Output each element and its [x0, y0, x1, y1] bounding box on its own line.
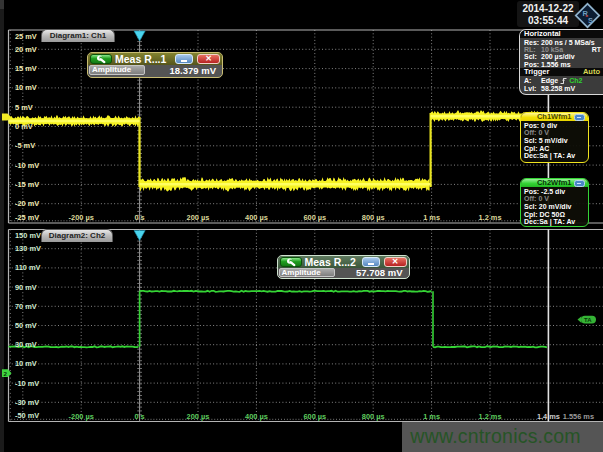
- svg-text:110 mV: 110 mV: [15, 263, 41, 272]
- svg-text:-10 mV: -10 mV: [15, 161, 39, 170]
- svg-text:5 mV: 5 mV: [15, 103, 33, 112]
- svg-text:-200 µs: -200 µs: [69, 213, 94, 222]
- svg-text:400 µs: 400 µs: [245, 213, 268, 222]
- svg-text:1.4 ms: 1.4 ms: [537, 412, 560, 421]
- svg-text:-30 mV: -30 mV: [15, 398, 39, 407]
- svg-text:70 mV: 70 mV: [15, 302, 37, 311]
- svg-text:1 ms: 1 ms: [423, 412, 440, 421]
- svg-text:-20 mV: -20 mV: [15, 199, 39, 208]
- svg-text:800 µs: 800 µs: [362, 412, 385, 421]
- svg-text:10 mV: 10 mV: [15, 83, 37, 92]
- svg-text:130 mV: 130 mV: [15, 244, 41, 253]
- svg-text:200 µs: 200 µs: [187, 412, 210, 421]
- svg-text:600 µs: 600 µs: [303, 213, 326, 222]
- svg-text:10 mV: 10 mV: [15, 359, 37, 368]
- svg-text:400 µs: 400 µs: [245, 412, 268, 421]
- svg-text:30 mV: 30 mV: [15, 340, 37, 349]
- svg-text:20 mV: 20 mV: [15, 45, 37, 54]
- svg-text:150 mV: 150 mV: [15, 231, 41, 240]
- svg-text:-10 mV: -10 mV: [15, 379, 39, 388]
- svg-text:-50 mV: -50 mV: [15, 411, 39, 420]
- svg-text:25 mV: 25 mV: [15, 32, 37, 41]
- svg-text:0 mV: 0 mV: [15, 122, 33, 131]
- svg-text:0 s: 0 s: [134, 213, 144, 222]
- svg-text:0 s: 0 s: [134, 412, 144, 421]
- svg-text:1 ms: 1 ms: [423, 213, 440, 222]
- svg-text:1.556 ms: 1.556 ms: [563, 412, 594, 421]
- svg-text:1.2 ms: 1.2 ms: [478, 213, 501, 222]
- svg-text:15 mV: 15 mV: [15, 64, 37, 73]
- svg-text:-200 µs: -200 µs: [69, 412, 94, 421]
- svg-text:S: S: [588, 16, 593, 25]
- svg-text:90 mV: 90 mV: [15, 283, 37, 292]
- svg-text:TA: TA: [584, 317, 592, 323]
- svg-text:-25 mV: -25 mV: [15, 213, 39, 222]
- svg-text:800 µs: 800 µs: [362, 213, 385, 222]
- svg-text:200 µs: 200 µs: [187, 213, 210, 222]
- svg-text:-15 mV: -15 mV: [15, 180, 39, 189]
- svg-text:50 mV: 50 mV: [15, 321, 37, 330]
- svg-text:600 µs: 600 µs: [303, 412, 326, 421]
- svg-text:1.2 ms: 1.2 ms: [478, 412, 501, 421]
- svg-text:2: 2: [3, 370, 7, 377]
- svg-text:-5 mV: -5 mV: [15, 141, 35, 150]
